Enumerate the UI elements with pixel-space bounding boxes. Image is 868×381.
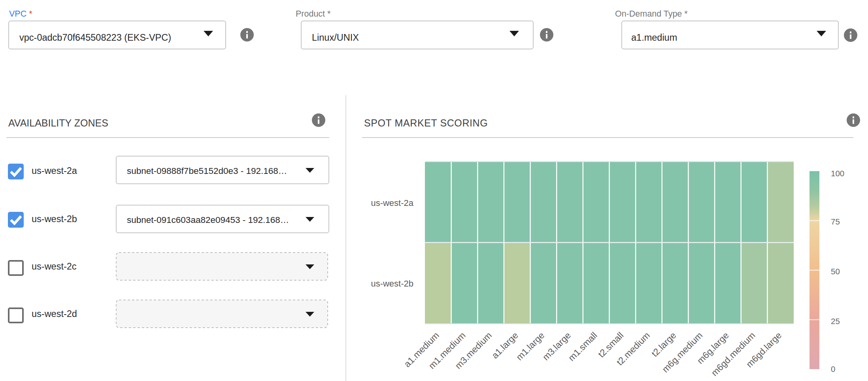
svg-text:25: 25 bbox=[831, 317, 840, 326]
svg-text:us-west-2b: us-west-2b bbox=[371, 279, 413, 289]
svg-text:m1.small: m1.small bbox=[566, 330, 599, 363]
svg-text:50: 50 bbox=[831, 267, 840, 276]
svg-text:us-west-2a: us-west-2a bbox=[371, 198, 413, 208]
svg-text:m1.large: m1.large bbox=[514, 330, 547, 362]
svg-text:0: 0 bbox=[831, 364, 835, 373]
svg-text:100: 100 bbox=[831, 169, 844, 178]
svg-text:75: 75 bbox=[831, 217, 840, 226]
